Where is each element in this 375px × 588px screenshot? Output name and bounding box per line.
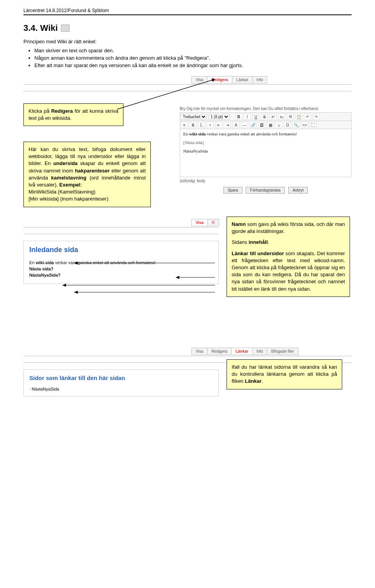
ul-icon[interactable]: • (207, 122, 214, 128)
paste-icon[interactable]: 📋 (295, 114, 302, 120)
tab-redigera[interactable]: Redigera (207, 348, 232, 355)
tab-info[interactable]: Info (252, 76, 268, 83)
svg-marker-9 (74, 291, 78, 294)
hr-icon[interactable]: — (241, 122, 248, 128)
editor-toolbar-2: ≡ ≣ 1. • ⇤ ⇥ A — 🔗 🖼 ▦ ☺ Ω 🔍 <> ⛶ (180, 121, 352, 129)
links-box: Sidor som länkar till den här sidan · Nä… (23, 369, 219, 396)
cancel-button[interactable]: Avbryt (288, 187, 308, 194)
tab-bifogade[interactable]: Bifogade filer (267, 348, 298, 355)
tab-info[interactable]: Info (252, 348, 268, 355)
tab-lankar[interactable]: Länkar (232, 76, 253, 83)
editor-hint: Bry Dig inte för mycket om formateringen… (180, 107, 352, 111)
html-icon[interactable]: <> (301, 122, 308, 128)
svg-marker-7 (62, 284, 66, 287)
header-rule (23, 14, 352, 15)
bullet-item: Efter att man har sparat den nya version… (34, 62, 352, 68)
italic-icon[interactable]: I (244, 114, 251, 120)
bullet-item: Man skriver en text och sparar den. (34, 48, 352, 53)
section-heading: 3.4. Wiki (23, 23, 352, 33)
tab-visa[interactable]: Visa (191, 348, 207, 355)
intro-text: Principen med Wiki är rätt enkel: (23, 39, 352, 44)
links-title: Sidor som länkar till den här sidan (29, 375, 213, 381)
callout-editor: Här kan du skriva text, bifoga dokument … (23, 142, 151, 207)
strike-icon[interactable]: S (261, 114, 268, 120)
page-header: Lärcentret 14.8.2012/Forslund & Sjöblom (23, 8, 352, 13)
callout-links: Ifall du har länkat sidorna till varandr… (227, 359, 342, 389)
font-select[interactable]: Trebuchet (181, 114, 207, 120)
callout-redigera: Klicka på Redigera för att kunna skriva … (23, 103, 123, 126)
tab-bar: Visa Redigera Länkar Info (191, 76, 267, 83)
outdent-icon[interactable]: ⇤ (215, 122, 222, 128)
expand-icon[interactable]: ⛶ (310, 122, 317, 128)
path-value: body (197, 179, 205, 183)
tab-redigera[interactable]: Redigera (207, 76, 232, 83)
subpage-link[interactable]: Nästa sida? (29, 266, 54, 271)
section-number: 3.4. Wiki (23, 23, 58, 33)
align-center-icon[interactable]: ≣ (189, 122, 196, 128)
underline-icon[interactable]: U (252, 114, 259, 120)
path-label: (sök)väg: (180, 179, 196, 183)
subpage-link[interactable]: NästaNyaSida? (29, 273, 61, 277)
bullet-item: Någon annan kan kommentera och ändra den… (34, 55, 352, 61)
color-icon[interactable]: A (232, 122, 239, 128)
screenshot-edit: Visa Redigera Länkar Info Bry Dig inte f… (23, 76, 352, 217)
wiki-icon (61, 25, 70, 32)
indent-icon[interactable]: ⇥ (224, 122, 231, 128)
size-select[interactable]: 1 (8 pt) (209, 114, 230, 120)
tab-lankar[interactable]: Länkar (231, 348, 253, 355)
smiley-icon[interactable]: ☺ (275, 122, 282, 128)
image-icon[interactable]: 🖼 (258, 122, 265, 128)
char-icon[interactable]: Ω (284, 122, 291, 128)
ol-icon[interactable]: 1. (198, 122, 205, 128)
tab-visa[interactable]: Visa (191, 76, 207, 83)
svg-line-0 (117, 79, 215, 109)
editor-body[interactable]: En wiki-sida verkar vara ganska enkel at… (180, 129, 352, 177)
tab-visa[interactable]: Visa (191, 219, 208, 226)
copy-icon[interactable]: ⧉ (287, 114, 294, 120)
save-button[interactable]: Spara (223, 187, 243, 194)
link-icon[interactable]: 🔗 (250, 122, 257, 128)
links-item[interactable]: · NästaNyaSida (29, 387, 213, 391)
bullet-list: Man skriver en text och sparar den. Någo… (34, 48, 352, 68)
search-icon[interactable]: 🔍 (293, 122, 300, 128)
tab-r-partial[interactable]: R (207, 219, 219, 226)
preview-button[interactable]: Förhandsgranska (246, 187, 285, 194)
wiki-page-title: Inledande sida (29, 246, 213, 254)
bold-icon[interactable]: B (235, 114, 242, 120)
arrow-link2 (74, 289, 219, 295)
editor-toolbar: Trebuchet 1 (8 pt) B I U S x² x₂ ⧉ 📋 ↶ ↷ (180, 112, 352, 121)
screenshot-view: Visa R Inledande sida En wiki-sida verka… (23, 219, 219, 284)
redo-icon[interactable]: ↷ (312, 114, 320, 120)
align-left-icon[interactable]: ≡ (181, 122, 188, 128)
editor-panel: Bry Dig inte för mycket om formateringen… (180, 107, 352, 194)
table-icon[interactable]: ▦ (267, 122, 274, 128)
sub-icon[interactable]: x₂ (278, 114, 285, 120)
undo-icon[interactable]: ↶ (304, 114, 311, 120)
sup-icon[interactable]: x² (270, 114, 277, 120)
callout-view: Namn som gavs på wikis första sida, och … (227, 217, 350, 297)
